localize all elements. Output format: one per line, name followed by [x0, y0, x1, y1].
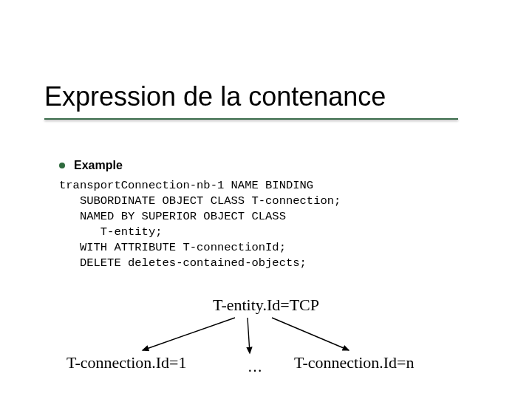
slide-title: Expression de la contenance: [44, 81, 386, 112]
bullet-label: Example: [74, 159, 123, 172]
code-block: transportConnection-nb-1 NAME BINDING SU…: [59, 178, 473, 271]
bullet-icon: [59, 163, 65, 168]
svg-line-2: [272, 318, 349, 350]
tree-root-label: T-entity.Id=TCP: [213, 296, 319, 315]
tree-leaf-right: T-connection.Id=n: [294, 353, 415, 372]
bullet-row: Example: [59, 159, 473, 172]
tree-dots: …: [248, 358, 262, 375]
tree-leaf-left: T-connection.Id=1: [66, 353, 187, 372]
body-content: Example transportConnection-nb-1 NAME BI…: [59, 159, 473, 271]
tree-diagram: T-entity.Id=TCP T-connection.Id=1 … T-co…: [0, 296, 532, 392]
svg-line-1: [248, 318, 250, 353]
slide: Expression de la contenance Example tran…: [0, 0, 532, 399]
title-underline: [44, 118, 458, 120]
svg-line-0: [143, 318, 235, 350]
